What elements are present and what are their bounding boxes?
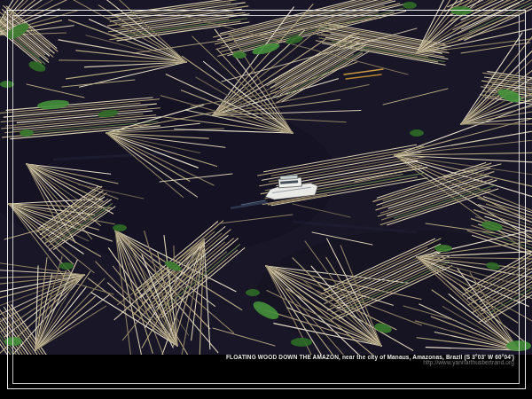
caption: FLOATING WOOD DOWN THE AMAZON, near the …: [226, 355, 514, 365]
wallpaper: FLOATING WOOD DOWN THE AMAZON, near the …: [0, 0, 532, 399]
caption-url: http://www.yannarthusbertrand.org: [226, 360, 514, 365]
amazon-aerial-photo: [0, 0, 532, 355]
